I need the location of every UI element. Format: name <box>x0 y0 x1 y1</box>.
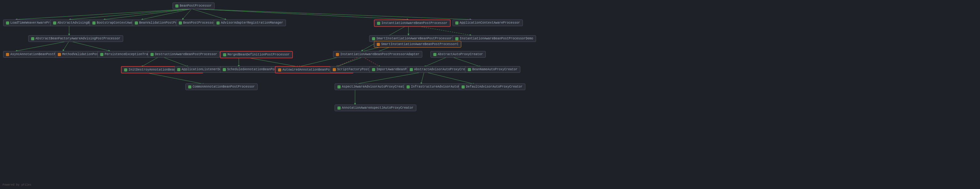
icon-dawbpp <box>151 53 154 56</box>
node-mergedbeandef: MergedBeanDefinitionPostProcessor <box>220 51 293 58</box>
svg-line-5 <box>192 9 226 19</box>
icon-beanpostprocessor <box>175 5 178 8</box>
label-cabpp: CommonAnnotationBeanPostProcessor <box>192 85 255 88</box>
icon-aabpp <box>53 21 56 24</box>
svg-line-23 <box>449 56 481 67</box>
label-asiapc: AspectJAwareAdvisorAutoProxyCreator <box>342 85 408 88</box>
svg-line-18 <box>160 56 189 67</box>
label-abfaap: AbstractBeanFactoryAwareAdvisingPostProc… <box>35 37 120 40</box>
label-iabppa: InstantiationAwareBeanPostProcessorAdapt… <box>340 53 420 56</box>
svg-line-28 <box>336 56 361 67</box>
icon-scbpp <box>223 68 226 71</box>
svg-line-24 <box>355 72 424 84</box>
node-instantiationaware-adapter: InstantiationAwareBeanPostProcessorAdapt… <box>333 51 422 58</box>
node-beanpostprocessor: BeanPostProcessor <box>172 3 215 9</box>
icon-aarm <box>216 21 220 24</box>
node-annotationawareaspectj: AnnotationAwareAspectJAutoProxyCreator <box>335 104 416 111</box>
icon-aapc <box>433 53 436 56</box>
svg-line-3 <box>142 9 192 19</box>
label-aaapc: AbstractAdvisorAutoProxyCreator <box>414 68 473 71</box>
connector-lines <box>0 0 980 189</box>
icon-asiapc <box>337 85 340 88</box>
node-abstractbeanfactory: AbstractBeanFactoryAwareAdvisingPostProc… <box>28 35 123 42</box>
label-beanpostprocessor: BeanPostProcessor <box>180 4 212 8</box>
icon-iabpp2 <box>372 68 375 71</box>
watermark-text: Powered by yFiles <box>3 183 32 186</box>
icon-dapc <box>461 85 465 88</box>
node-aspectjaware: AspectJAwareAdvisorAutoProxyCreator <box>335 83 410 90</box>
label-siabppc: SmartInstantiationAwareBeanPostProcessor… <box>381 43 458 46</box>
icon-aaapc <box>410 68 413 71</box>
svg-line-6 <box>192 9 409 19</box>
node-instantiationaware-demo: InstantiationAwareBeanPostProcessorDemo <box>452 35 536 42</box>
icon-iabpp <box>377 22 380 25</box>
svg-line-22 <box>424 56 449 67</box>
svg-line-9 <box>16 41 69 51</box>
svg-line-10 <box>63 41 69 51</box>
icon-aanbpp2 <box>278 68 281 72</box>
label-mbdpp: MergedBeanDefinitionPostProcessor <box>228 53 290 56</box>
svg-line-4 <box>182 9 192 19</box>
label-iabpp: InstantiationAwareBeanPostProcessor <box>382 21 447 25</box>
icon-ald <box>177 68 180 71</box>
node-destructionaware: DestructionAwareBeanPostProcessor <box>148 51 220 58</box>
icon-aaaspc <box>337 106 340 110</box>
icon-aanbpp <box>6 53 9 56</box>
icon-sfpp <box>333 68 336 71</box>
node-commonannotation: CommonAnnotationBeanPostProcessor <box>185 83 258 90</box>
icon-bppc <box>179 21 182 24</box>
icon-mbdpp <box>223 53 226 56</box>
icon-petpp <box>100 53 103 56</box>
icon-iabppd <box>455 37 458 40</box>
label-bnapc: BeanNameAutoProxyCreator <box>472 68 517 71</box>
node-advisoradapter: AdvisorAdapterRegistrationManager <box>214 19 286 26</box>
icon-siabppc <box>377 43 380 46</box>
node-instantiationaware: InstantiationAwareBeanPostProcessor <box>374 19 450 27</box>
node-beannameauto: BeanNameAutoProxyCreator <box>465 66 520 73</box>
svg-line-26 <box>424 72 474 84</box>
node-defaultadvisor: DefaultAdvisorAutoProxyCreator <box>459 83 525 90</box>
diagram-container: BeanPostProcessor LoadTimeWeaverAwarePro… <box>0 0 980 189</box>
icon-mvpp <box>58 53 61 56</box>
icon-ltwap <box>6 21 9 24</box>
icon-bcap <box>92 21 95 24</box>
icon-iabppa <box>336 53 339 56</box>
svg-line-1 <box>69 9 192 19</box>
label-acap: ApplicationContextAwareProcessor <box>460 21 520 24</box>
icon-abfaap <box>31 37 34 40</box>
svg-line-21 <box>142 72 204 84</box>
label-aapc: AbstractAutoProxyCreator <box>438 53 483 56</box>
svg-line-7 <box>192 9 471 19</box>
icon-acap <box>455 21 458 24</box>
watermark: Powered by yFiles <box>3 183 32 186</box>
icon-iaiapc <box>407 85 410 88</box>
label-siabpp: SmartInstantiationAwareBeanPostProcessor <box>376 37 452 40</box>
svg-line-2 <box>104 9 192 19</box>
node-applicationcontextaware: ApplicationContextAwareProcessor <box>452 19 523 26</box>
label-dawbpp: DestructionAwareBeanPostProcessor <box>155 53 217 56</box>
node-abstractautoproxy: AbstractAutoProxyCreator <box>430 51 486 58</box>
svg-line-11 <box>69 41 110 51</box>
svg-line-29 <box>361 56 380 67</box>
label-iabppd: InstantiationAwareBeanPostProcessorDemo <box>460 37 533 40</box>
svg-line-17 <box>142 56 160 67</box>
label-dapc: DefaultAdvisorAutoProxyCreator <box>466 85 522 88</box>
node-siabpp-c: SmartInstantiationAwareBeanPostProcessor… <box>374 41 461 48</box>
icon-bvpp <box>135 21 138 24</box>
svg-line-25 <box>421 72 424 84</box>
icon-siabpp <box>372 37 375 40</box>
label-aarm: AdvisorAdapterRegistrationManager <box>221 21 283 24</box>
svg-line-0 <box>16 9 192 19</box>
icon-idbpp <box>124 68 127 72</box>
label-aaaspc: AnnotationAwareAspectJAutoProxyCreator <box>342 106 414 110</box>
icon-bnapc <box>468 68 471 71</box>
icon-cabpp <box>188 85 191 88</box>
